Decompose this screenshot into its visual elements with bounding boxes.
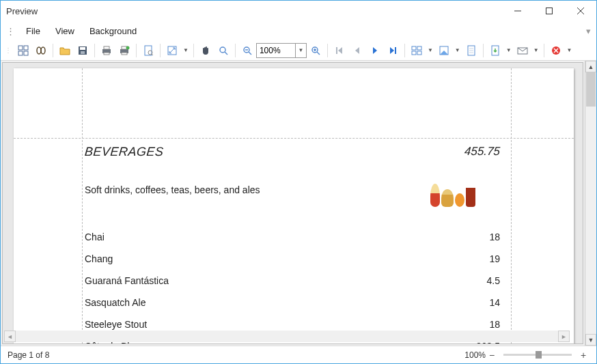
svg-rect-14 [104, 46, 109, 49]
menubar: ⋮ File View Background ▾ [1, 21, 596, 40]
vertical-scrollbar[interactable]: ▲ ▼ [585, 61, 596, 346]
export-dropdown[interactable]: ▼ [504, 47, 514, 53]
last-page-button[interactable] [385, 42, 401, 59]
save-button[interactable] [74, 42, 91, 59]
svg-point-9 [41, 47, 45, 54]
open-button[interactable] [57, 42, 73, 59]
table-row: Chang19 [85, 248, 512, 270]
preview-stage[interactable]: Beverages 455.75 Soft drinks, coffees, t… [2, 62, 583, 344]
multipage-dropdown[interactable]: ▼ [426, 47, 435, 53]
product-name: Guaraná Fantástica [85, 275, 169, 286]
background-color-dropdown[interactable]: ▼ [453, 47, 462, 53]
margin-guide-left [82, 68, 83, 344]
svg-rect-5 [24, 46, 28, 50]
window-title: Preview [6, 6, 502, 16]
menu-background[interactable]: Background [83, 23, 143, 39]
zoom-dropdown[interactable]: ▼ [296, 43, 307, 58]
product-name: Steeleye Stout [85, 319, 147, 330]
product-rows: Chai18 Chang19 Guaraná Fantástica4.5 Sas… [85, 226, 512, 344]
product-name: Chang [85, 253, 113, 264]
svg-rect-7 [24, 51, 28, 55]
menu-file[interactable]: File [19, 23, 47, 39]
svg-rect-36 [417, 46, 421, 50]
prev-page-button[interactable] [349, 42, 365, 59]
horizontal-scrollbar[interactable]: ◄ ► [4, 331, 570, 342]
scale-dropdown[interactable]: ▼ [181, 47, 191, 53]
maximize-button[interactable] [533, 1, 565, 21]
content-area: Beverages 455.75 Soft drinks, coffees, t… [1, 61, 596, 346]
svg-rect-38 [417, 51, 421, 55]
margin-guide-top [14, 138, 574, 139]
statusbar: Page 1 of 8 100% − + [1, 346, 596, 363]
category-description: Soft drinks, coffees, teas, beers, and a… [85, 184, 260, 195]
close-preview-dropdown[interactable]: ▼ [565, 47, 574, 53]
zoom-plus-button[interactable]: + [577, 350, 589, 360]
scroll-right-icon[interactable]: ► [558, 331, 570, 342]
menu-view[interactable]: View [48, 23, 81, 39]
product-price: 19 [489, 253, 500, 264]
menubar-grip: ⋮ [6, 26, 15, 36]
zoom-slider-thumb[interactable] [536, 351, 542, 359]
titlebar: Preview [1, 1, 596, 21]
zoom-slider: − + [486, 350, 589, 360]
product-price: 18 [489, 319, 500, 330]
scroll-left-icon[interactable]: ◄ [4, 331, 16, 342]
svg-rect-12 [81, 51, 85, 54]
product-price: 18 [489, 232, 500, 242]
menubar-overflow[interactable]: ▾ [581, 26, 596, 36]
find-button[interactable] [33, 42, 49, 59]
scroll-up-icon[interactable]: ▲ [585, 61, 596, 72]
scroll-down-icon[interactable]: ▼ [585, 334, 596, 346]
svg-rect-6 [18, 51, 23, 55]
product-name: Chai [85, 232, 105, 242]
background-color-button[interactable] [436, 42, 452, 59]
minimize-button[interactable] [502, 1, 533, 21]
report-body: Beverages 455.75 Soft drinks, coffees, t… [85, 145, 512, 344]
product-price: 14 [489, 297, 500, 308]
toolbar: ⋮ ▼ ▼ [1, 40, 596, 61]
email-dropdown[interactable]: ▼ [531, 47, 541, 53]
svg-point-24 [220, 47, 225, 53]
svg-point-19 [126, 46, 130, 49]
pan-button[interactable] [197, 42, 214, 59]
email-button[interactable] [514, 42, 531, 59]
svg-point-8 [37, 47, 41, 54]
magnifier-button[interactable] [215, 42, 232, 59]
svg-rect-4 [18, 46, 23, 50]
zoom-minus-button[interactable]: − [486, 350, 498, 360]
scale-button[interactable] [164, 42, 180, 59]
zoom-input[interactable] [256, 43, 296, 58]
page: Beverages 455.75 Soft drinks, coffees, t… [14, 68, 574, 344]
svg-rect-18 [122, 53, 127, 55]
multipage-button[interactable] [408, 42, 425, 59]
toolbar-grip: ⋮ [5, 46, 12, 54]
table-row: Guaraná Fantástica4.5 [85, 270, 512, 292]
print-button[interactable] [98, 42, 115, 59]
zoom-in-button[interactable] [307, 42, 324, 59]
scroll-thumb[interactable] [586, 72, 596, 107]
zoom-slider-track[interactable] [503, 354, 572, 356]
watermark-button[interactable] [463, 42, 480, 59]
thumbnails-button[interactable] [15, 42, 31, 59]
svg-rect-15 [104, 53, 109, 55]
svg-rect-11 [80, 47, 85, 50]
category-name: Beverages [84, 145, 164, 159]
svg-rect-37 [412, 51, 416, 55]
table-row: Chai18 [85, 226, 512, 248]
table-row: Sasquatch Ale14 [85, 292, 512, 313]
svg-line-32 [317, 52, 320, 55]
category-image [421, 173, 485, 207]
svg-line-25 [225, 52, 227, 55]
svg-rect-1 [546, 8, 553, 14]
svg-rect-35 [412, 46, 416, 50]
svg-line-28 [249, 52, 251, 55]
page-setup-button[interactable] [140, 42, 156, 59]
close-button[interactable] [565, 1, 596, 21]
quick-print-button[interactable] [116, 42, 133, 59]
product-name: Sasquatch Ale [85, 297, 146, 308]
zoom-out-button[interactable] [239, 42, 255, 59]
next-page-button[interactable] [367, 42, 383, 59]
export-button[interactable] [487, 42, 503, 59]
first-page-button[interactable] [331, 42, 348, 59]
close-preview-button[interactable] [548, 42, 564, 59]
